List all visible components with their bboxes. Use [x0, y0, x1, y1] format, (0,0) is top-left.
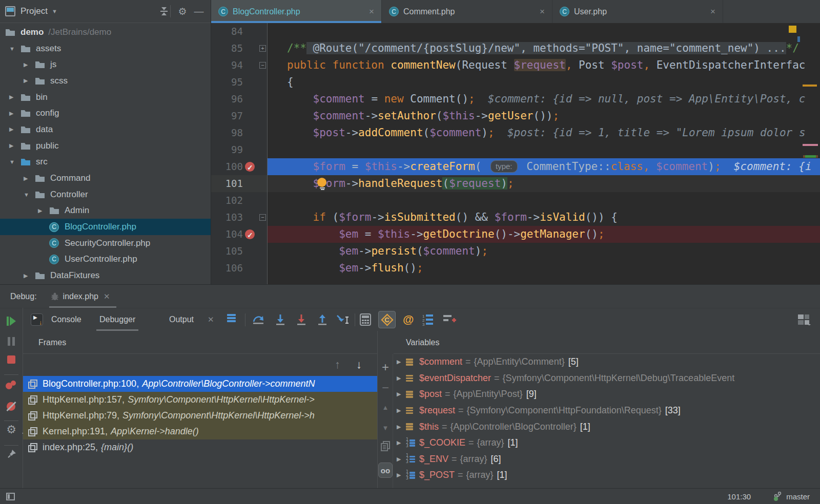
close-output-icon[interactable]: ✕ — [208, 308, 214, 331]
frame-row-index-php-25[interactable]: index.php:25,{main}() — [23, 439, 377, 455]
threads-view-icon[interactable] — [227, 308, 236, 331]
intention-bulb-icon[interactable] — [317, 178, 327, 190]
debug-session-tab[interactable]: index.php ✕ — [49, 285, 116, 308]
tree-item-securitycontroller-php[interactable]: CSecurityController.php — [0, 235, 211, 251]
chevron-collapsed-icon[interactable]: ▶ — [397, 359, 406, 365]
tab-console[interactable]: Console — [51, 308, 81, 331]
collapse-all-icon[interactable] — [160, 7, 168, 16]
toolwindow-toggle-icon[interactable] — [6, 493, 15, 500]
chevron-expanded-icon[interactable]: ▼ — [20, 192, 35, 198]
chevron-collapsed-icon[interactable]: ▶ — [397, 472, 406, 478]
code-line-96[interactable]: 96 $comment = new Comment(); $comment: {… — [211, 91, 820, 108]
step-into-icon[interactable] — [275, 308, 285, 331]
chevron-collapsed-icon[interactable]: ▶ — [6, 94, 20, 100]
code-area[interactable]: 8485+/** @Route("/comment/{postSlug}/new… — [211, 23, 820, 284]
code-line-97[interactable]: 97 $comment->setAuthor($this->getUser())… — [211, 108, 820, 124]
force-step-into-icon[interactable] — [296, 308, 306, 331]
chevron-collapsed-icon[interactable]: ▶ — [397, 375, 406, 382]
chevron-expanded-icon[interactable]: ▼ — [6, 159, 20, 165]
move-up-icon[interactable]: ▲ — [378, 404, 393, 411]
chevron-collapsed-icon[interactable]: ▶ — [397, 424, 406, 430]
numbered-list-icon[interactable]: 123 — [422, 308, 434, 331]
run-to-cursor-icon[interactable] — [336, 308, 350, 331]
fold-expand-icon[interactable]: + — [259, 45, 266, 52]
chevron-collapsed-icon[interactable]: ▶ — [20, 175, 35, 182]
code-line-94[interactable]: 94−public function commentNew(Request $r… — [211, 57, 820, 74]
php-console-icon[interactable]: C — [378, 308, 396, 331]
editor-tab-user-php[interactable]: CUser.php× — [552, 0, 723, 23]
tree-item-usercontroller-php[interactable]: CUserController.php — [0, 251, 211, 268]
code-line-102[interactable]: 102 — [211, 192, 820, 209]
tree-item-assets[interactable]: ▼assets — [0, 40, 211, 57]
git-branch-name[interactable]: master — [786, 492, 810, 501]
tree-item-demo[interactable]: demo/JetBrains/demo — [0, 24, 211, 40]
tree-item-bin[interactable]: ▶bin — [0, 89, 211, 106]
move-down-icon[interactable]: ▼ — [378, 424, 393, 432]
gear-icon[interactable]: ⚙ — [176, 6, 189, 17]
frame-row-kernel-php-191[interactable]: Kernel.php:191,App\Kernel->handle() — [23, 424, 377, 439]
step-over-icon[interactable] — [252, 308, 264, 331]
scrollbar-green-mark[interactable] — [803, 155, 818, 158]
fold-collapse-icon[interactable]: − — [259, 214, 266, 221]
previous-frame-icon[interactable]: ↑ — [335, 358, 340, 371]
variable-row-env[interactable]: ▶123$_ENV={array}[6] — [394, 451, 820, 468]
view-breakpoints-icon[interactable] — [0, 380, 23, 390]
chevron-collapsed-icon[interactable]: ▶ — [6, 142, 20, 149]
tab-output[interactable]: Output — [169, 308, 194, 331]
code-line-84[interactable]: 84 — [211, 23, 820, 40]
code-line-95[interactable]: 95{ — [211, 74, 820, 91]
code-line-105[interactable]: 105 $em->persist($comment); — [211, 243, 820, 260]
chevron-collapsed-icon[interactable]: ▶ — [20, 61, 35, 68]
variable-row-post[interactable]: ▶$post={App\Entity\Post}[9] — [394, 386, 820, 403]
step-out-icon[interactable] — [317, 308, 327, 331]
code-line-103[interactable]: 103− if ($form->isSubmitted() && $form->… — [211, 209, 820, 226]
console-tab-icon[interactable]: ▶ ↓ — [31, 308, 43, 331]
resume-program-icon[interactable] — [0, 316, 23, 327]
mention-icon[interactable]: @ — [403, 308, 414, 331]
editor-tab-comment-php[interactable]: CComment.php× — [382, 0, 552, 23]
chevron-collapsed-icon[interactable]: ▶ — [397, 391, 406, 397]
tree-item-public[interactable]: ▶public — [0, 138, 211, 154]
scrollbar-warning-mark[interactable] — [803, 85, 817, 87]
tree-item-command[interactable]: ▶Command — [0, 170, 211, 186]
chevron-collapsed-icon[interactable]: ▶ — [397, 439, 406, 446]
code-line-106[interactable]: 106 $em->flush(); — [211, 260, 820, 277]
chevron-collapsed-icon[interactable]: ▶ — [35, 207, 49, 214]
pin-icon[interactable] — [0, 449, 23, 459]
tree-item-src[interactable]: ▼src — [0, 154, 211, 171]
close-icon[interactable]: × — [369, 7, 374, 17]
chevron-collapsed-icon[interactable]: ▶ — [6, 126, 20, 133]
fold-collapse-icon[interactable]: − — [259, 62, 266, 69]
warning-stripe-mark[interactable] — [789, 26, 796, 33]
variable-row-request[interactable]: ▶$request={Symfony\Component\HttpFoundat… — [394, 403, 820, 419]
editor-tab-blogcontroller-php[interactable]: CBlogController.php× — [211, 0, 382, 23]
tree-item-js[interactable]: ▶js — [0, 56, 211, 73]
stop-icon[interactable] — [0, 355, 23, 364]
variable-row-post[interactable]: ▶123$_POST={array}[1] — [394, 467, 820, 484]
variable-row-comment[interactable]: ▶$comment={App\Entity\Comment}[5] — [394, 354, 820, 370]
restore-layout-icon[interactable] — [797, 308, 811, 331]
tree-item-controller[interactable]: ▼Controller — [0, 186, 211, 203]
show-values-inline-icon[interactable]: oo — [378, 463, 393, 478]
mute-breakpoints-icon[interactable] — [0, 401, 23, 412]
breakpoint-icon[interactable] — [245, 162, 255, 172]
close-icon[interactable]: × — [710, 7, 715, 17]
duplicate-icon[interactable] — [378, 441, 393, 451]
close-icon[interactable]: × — [540, 7, 545, 17]
variable-row-this[interactable]: ▶$this={App\Controller\BlogController}[1… — [394, 418, 820, 435]
code-line-100[interactable]: 100 $form = $this->createForm( type: Com… — [211, 158, 820, 175]
scrollbar-pink-mark[interactable] — [803, 144, 818, 146]
code-line-85[interactable]: 85+/** @Route("/comment/{postSlug}/new",… — [211, 40, 820, 57]
variable-row-cookie[interactable]: ▶123$_COOKIE={array}[1] — [394, 435, 820, 451]
tree-item-admin[interactable]: ▶Admin — [0, 203, 211, 219]
info-stripe-mark[interactable] — [797, 36, 800, 42]
evaluate-expression-icon[interactable] — [360, 308, 371, 331]
chevron-collapsed-icon[interactable]: ▶ — [397, 456, 406, 463]
caret-position[interactable]: 101:30 — [727, 492, 751, 501]
chevron-collapsed-icon[interactable]: ▶ — [20, 77, 35, 84]
next-frame-icon[interactable]: ↓ — [356, 358, 362, 371]
code-line-101[interactable]: 101 $form->handleRequest($request); — [211, 175, 820, 192]
chevron-down-icon[interactable]: ▼ — [52, 8, 57, 14]
chevron-collapsed-icon[interactable]: ▶ — [20, 272, 35, 279]
frame-row-httpkernel-php-157[interactable]: HttpKernel.php:157,Symfony\Component\Htt… — [23, 392, 377, 408]
